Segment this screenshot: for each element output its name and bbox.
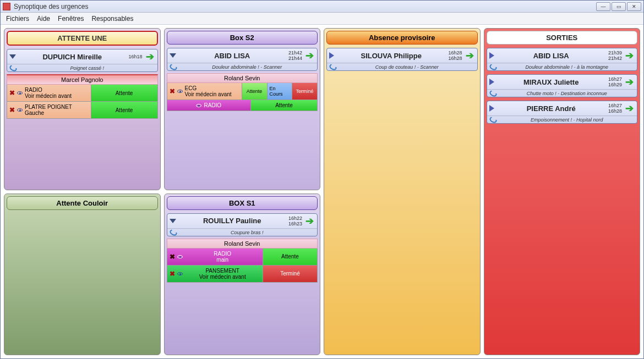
task-name: PLATRE POIGNET [25, 104, 72, 110]
delete-icon[interactable]: ✖ [9, 89, 15, 97]
task-sub: Voir médecin avant [25, 93, 72, 99]
task-sub: Voir médecin avant [185, 274, 260, 280]
task-name: RADIO [25, 87, 72, 93]
next-arrow-icon[interactable]: ➔ [624, 76, 635, 88]
status-attente[interactable]: Attente [242, 83, 268, 100]
time: 16h28 [608, 108, 622, 114]
patient-name: ABID LISA [496, 52, 606, 60]
eye-icon[interactable] [17, 108, 23, 112]
play-icon[interactable] [489, 105, 494, 112]
maximize-button[interactable]: ▭ [612, 2, 626, 11]
patient-times: 16h27 16h28 [608, 103, 622, 114]
close-button[interactable]: ✕ [627, 2, 641, 11]
next-arrow-icon[interactable]: ➔ [145, 51, 155, 63]
time: 16h22 [288, 216, 302, 221]
panel-title-sorties: SORTIES [487, 31, 638, 45]
eye-icon[interactable] [17, 91, 23, 95]
task-cell[interactable]: ✖ PLATRE POIGNET Gauche [7, 102, 91, 118]
patient-header: SILOUVA Philippe 16h28 16h28 ➔ [327, 48, 477, 63]
task-name: RADIO [185, 251, 260, 257]
status-cell[interactable]: Attente [91, 102, 157, 118]
patient-detail: Empoisonnement ! - Hopital nord [499, 117, 635, 123]
patient-header: ROUILLY Pauline 16h22 16h23 ➔ [167, 214, 318, 229]
delete-icon[interactable]: ✖ [170, 270, 175, 278]
delete-icon[interactable]: ✖ [9, 106, 15, 114]
refresh-icon[interactable] [488, 115, 498, 124]
minimize-button[interactable]: — [596, 2, 610, 11]
menu-responsables[interactable]: Responsables [91, 15, 133, 23]
doctor-bar: Roland Sevin [167, 73, 318, 83]
status-cell[interactable]: Attente [91, 85, 157, 101]
app-icon [3, 3, 10, 10]
task-row: ✖ RADIO main Attente [167, 248, 318, 266]
patient-card[interactable]: SILOUVA Philippe 16h28 16h28 ➔ Coup de c… [326, 48, 478, 71]
eye-icon[interactable] [177, 272, 183, 275]
expand-icon[interactable] [9, 54, 16, 59]
patient-card[interactable]: ROUILLY Pauline 16h22 16h23 ➔ Coupure br… [167, 213, 318, 236]
refresh-icon[interactable] [168, 63, 178, 71]
time: 16h28 [448, 50, 462, 56]
refresh-icon[interactable] [168, 228, 178, 237]
status-encours[interactable]: En Cours [268, 83, 293, 100]
menu-aide[interactable]: Aide [37, 15, 50, 23]
patient-card[interactable]: PIERRE André 16h27 16h28 ➔ Empoisonnemen… [487, 101, 638, 124]
refresh-icon[interactable] [328, 63, 337, 71]
patient-name: MIRAUX Juliette [496, 78, 606, 86]
patient-detail-row: Poignet cassé ! [7, 64, 157, 71]
delete-icon[interactable]: ✖ [170, 87, 175, 95]
eye-icon[interactable] [177, 90, 183, 93]
patient-times: 16h22 16h23 [288, 216, 302, 227]
refresh-icon[interactable] [488, 89, 498, 98]
next-arrow-icon[interactable]: ➔ [624, 49, 635, 62]
patient-detail: Coup de couteau ! - Scanner [339, 64, 475, 70]
patient-header: PIERRE André 16h27 16h28 ➔ [487, 101, 637, 116]
status-cell[interactable]: Attente [251, 100, 317, 111]
refresh-icon[interactable] [488, 63, 498, 71]
eye-icon[interactable] [177, 255, 183, 258]
time: 16h29 [608, 82, 622, 87]
play-icon[interactable] [489, 52, 494, 59]
refresh-icon[interactable] [8, 64, 18, 73]
time: 21h39 [608, 50, 622, 56]
patient-card[interactable]: ABID LISA 21h42 21h44 ➔ Douleur abdomina… [167, 48, 318, 71]
patient-detail-row: Coupure bras ! [167, 229, 318, 236]
next-arrow-icon[interactable]: ➔ [624, 102, 635, 114]
expand-icon[interactable] [170, 53, 176, 58]
task-row: ✖ ECG Voir médecin avant Attente En Cour… [167, 83, 318, 100]
patient-card[interactable]: DUPUICH Mireille 16h18 ➔ Poignet cassé ! [7, 49, 158, 72]
next-arrow-icon[interactable]: ➔ [465, 49, 475, 62]
menu-fichiers[interactable]: Fichiers [6, 15, 29, 23]
patient-name: ABID LISA [178, 52, 286, 60]
time: 16h18 [128, 54, 142, 59]
task-row: ✖ RADIO Voir médecin avant Attente [7, 85, 158, 102]
menu-fenetres[interactable]: Fenêtres [58, 15, 84, 23]
patient-times: 16h27 16h29 [608, 76, 622, 87]
status-cell[interactable]: Attente [263, 248, 317, 265]
task-cell[interactable]: ✖ ECG Voir médecin avant [167, 83, 242, 100]
task-label: PLATRE POIGNET Gauche [25, 104, 72, 116]
expand-icon[interactable] [170, 219, 176, 223]
play-icon[interactable] [329, 52, 334, 59]
task-cell[interactable]: ✖ PANSEMENT Voir médecin avant [167, 266, 263, 282]
patient-card[interactable]: MIRAUX Juliette 16h27 16h29 ➔ Chutte mot… [487, 74, 638, 97]
task-cell[interactable]: RADIO [167, 100, 252, 111]
task-cell[interactable]: ✖ RADIO main [167, 248, 263, 265]
play-icon[interactable] [489, 79, 494, 85]
next-arrow-icon[interactable]: ➔ [304, 215, 315, 227]
panel-title-attente-une: ATTENTE UNE [7, 31, 158, 46]
task-cell[interactable]: ✖ RADIO Voir médecin avant [7, 85, 91, 101]
time: 16h28 [448, 56, 462, 61]
panel-title-box-s2: Box S2 [167, 31, 318, 45]
next-arrow-icon[interactable]: ➔ [304, 49, 315, 62]
patient-card[interactable]: ABID LISA 21h39 21h42 ➔ Douleur abdomina… [487, 48, 638, 71]
content-grid: ATTENTE UNE DUPUICH Mireille 16h18 ➔ Poi… [1, 25, 643, 358]
patient-times: 16h28 16h28 [448, 50, 462, 61]
window-title: Synoptique des urgences [14, 3, 596, 10]
task-sub: Voir médecin avant [185, 91, 232, 97]
task-name: ECG [185, 85, 232, 91]
panel-attente-une: ATTENTE UNE DUPUICH Mireille 16h18 ➔ Poi… [4, 28, 161, 190]
eye-icon[interactable] [196, 104, 201, 107]
status-cell[interactable]: Terminé [263, 266, 317, 282]
status-termine[interactable]: Terminé [292, 83, 317, 100]
delete-icon[interactable]: ✖ [170, 253, 175, 261]
